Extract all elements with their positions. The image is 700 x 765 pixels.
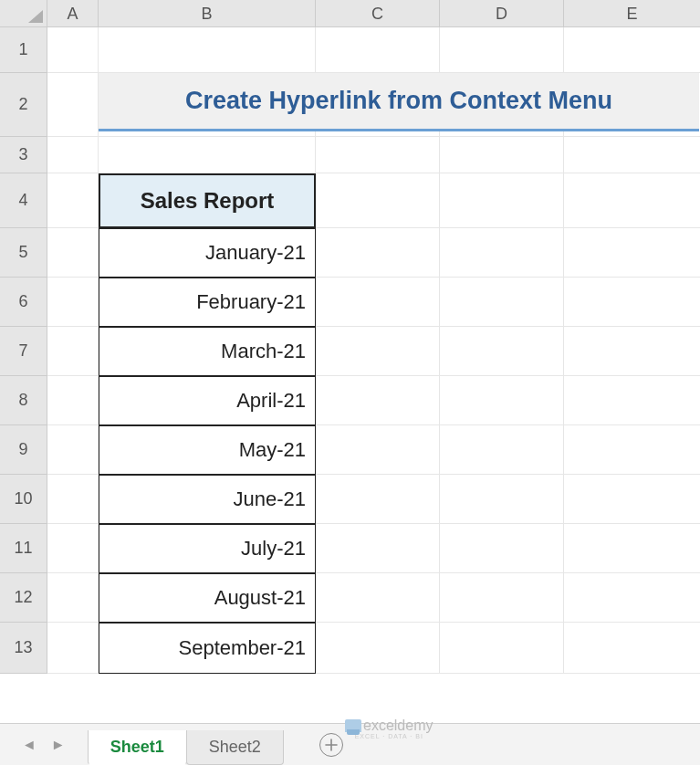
watermark-text: exceldemy — [363, 718, 433, 733]
title-merged-cell[interactable]: Create Hyperlink from Context Menu — [99, 73, 699, 131]
watermark-icon — [345, 719, 361, 732]
report-data-cell[interactable]: July-21 — [99, 524, 316, 573]
column-header-A[interactable]: A — [47, 0, 99, 27]
report-data-cell[interactable]: May-21 — [99, 425, 316, 475]
cell[interactable] — [440, 173, 564, 228]
report-data-cell[interactable]: March-21 — [99, 327, 316, 376]
sheet-tab-sheet2[interactable]: Sheet2 — [186, 730, 284, 765]
cell[interactable] — [47, 524, 99, 573]
cell[interactable] — [440, 623, 564, 674]
row-header-8[interactable]: 8 — [0, 376, 47, 425]
report-data-cell[interactable]: February-21 — [99, 278, 316, 327]
plus-icon — [325, 739, 338, 751]
cell[interactable] — [47, 73, 99, 137]
cell[interactable] — [564, 524, 700, 573]
row-header-6[interactable]: 6 — [0, 278, 47, 327]
cell[interactable] — [47, 27, 99, 73]
cell[interactable] — [47, 623, 99, 674]
row-header-9[interactable]: 9 — [0, 425, 47, 475]
cell[interactable] — [440, 278, 564, 327]
watermark: exceldemy EXCEL · DATA · BI — [345, 718, 433, 739]
cell[interactable] — [316, 376, 440, 425]
row-header-7[interactable]: 7 — [0, 327, 47, 376]
report-data-cell[interactable]: September-21 — [99, 623, 316, 674]
report-data-cell[interactable]: June-21 — [99, 475, 316, 524]
row-header-5[interactable]: 5 — [0, 228, 47, 278]
cell[interactable] — [316, 228, 440, 278]
cell[interactable] — [564, 173, 700, 228]
cell[interactable] — [564, 475, 700, 524]
cell[interactable] — [564, 228, 700, 278]
sheet-tab-sheet1[interactable]: Sheet1 — [88, 730, 187, 765]
report-header-cell[interactable]: Sales Report — [99, 173, 316, 228]
cell[interactable] — [564, 327, 700, 376]
add-sheet-button[interactable] — [319, 733, 343, 757]
column-headers: ABCDE — [47, 0, 700, 27]
row-header-2[interactable]: 2 — [0, 73, 47, 137]
cell[interactable] — [440, 228, 564, 278]
cell[interactable] — [440, 573, 564, 623]
tab-nav-prev[interactable]: ◄ — [22, 737, 37, 753]
row-headers: 12345678910111213 — [0, 27, 47, 674]
row-header-13[interactable]: 13 — [0, 623, 47, 674]
cell[interactable] — [47, 278, 99, 327]
cell[interactable] — [564, 376, 700, 425]
cell[interactable] — [564, 623, 700, 674]
cell[interactable] — [47, 228, 99, 278]
row-header-3[interactable]: 3 — [0, 137, 47, 173]
cell[interactable] — [440, 27, 564, 73]
cell[interactable] — [47, 327, 99, 376]
report-data-cell[interactable]: January-21 — [99, 228, 316, 278]
cell[interactable] — [440, 327, 564, 376]
tab-nav-next[interactable]: ► — [51, 737, 66, 753]
cell[interactable] — [316, 27, 440, 73]
cell[interactable] — [316, 623, 440, 674]
row-header-11[interactable]: 11 — [0, 524, 47, 573]
cell[interactable] — [316, 524, 440, 573]
cell[interactable] — [47, 425, 99, 475]
cell[interactable] — [564, 425, 700, 475]
cell[interactable] — [316, 573, 440, 623]
cell[interactable] — [47, 475, 99, 524]
cell[interactable] — [47, 376, 99, 425]
column-header-B[interactable]: B — [99, 0, 316, 27]
row-header-1[interactable]: 1 — [0, 27, 47, 73]
cell[interactable] — [440, 475, 564, 524]
cell[interactable] — [47, 173, 99, 228]
cell[interactable] — [564, 137, 700, 173]
report-data-cell[interactable]: April-21 — [99, 376, 316, 425]
tab-nav-buttons: ◄ ► — [0, 737, 88, 753]
column-header-E[interactable]: E — [564, 0, 700, 27]
cell[interactable] — [564, 278, 700, 327]
cell[interactable] — [316, 278, 440, 327]
select-all-corner[interactable] — [0, 0, 47, 27]
report-data-cell[interactable]: August-21 — [99, 573, 316, 623]
cell[interactable] — [564, 573, 700, 623]
cell[interactable] — [99, 137, 316, 173]
row-header-4[interactable]: 4 — [0, 173, 47, 228]
cell[interactable] — [564, 27, 700, 73]
cell[interactable] — [47, 137, 99, 173]
cell[interactable] — [316, 425, 440, 475]
cell[interactable] — [316, 475, 440, 524]
cell[interactable] — [47, 573, 99, 623]
cell[interactable] — [316, 327, 440, 376]
cell[interactable] — [440, 425, 564, 475]
cell[interactable] — [440, 376, 564, 425]
column-header-C[interactable]: C — [316, 0, 440, 27]
cell[interactable] — [99, 27, 316, 73]
row-header-12[interactable]: 12 — [0, 573, 47, 623]
cell[interactable] — [440, 137, 564, 173]
sheet-tabs: Sheet1Sheet2 — [88, 724, 283, 765]
column-header-D[interactable]: D — [440, 0, 564, 27]
cell[interactable] — [316, 137, 440, 173]
row-header-10[interactable]: 10 — [0, 475, 47, 524]
cell[interactable] — [440, 524, 564, 573]
cell[interactable] — [316, 173, 440, 228]
